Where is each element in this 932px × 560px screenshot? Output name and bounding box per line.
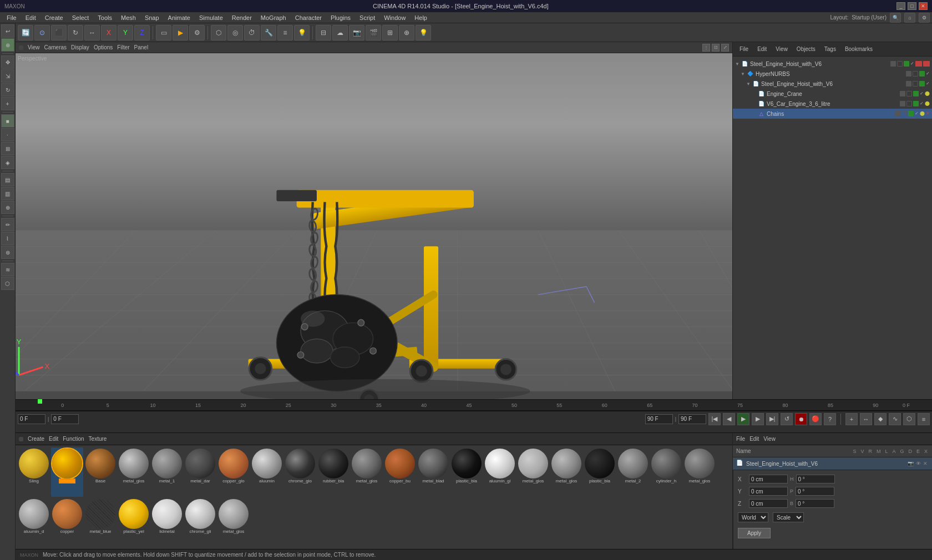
end-frame2-input[interactable] (678, 414, 706, 424)
mat-item-metal-blue[interactable]: metal_blue (84, 498, 116, 547)
layout-search-btn[interactable]: 🔍 (890, 13, 901, 23)
tb-xpresso[interactable]: 🔧 (261, 25, 276, 40)
menu-character[interactable]: Character (291, 13, 326, 22)
tree-item-v6-engine[interactable]: ▶ 📄 V6_Car_Engine_3_6_litre ✓ ⬤ (733, 99, 932, 109)
tl-auto-key[interactable]: 🔴 (809, 413, 822, 425)
mat-item-cylinder-h[interactable]: cylinder_h (650, 447, 682, 497)
tool-sculpt[interactable]: ⬡ (1, 277, 14, 290)
tool-rotate[interactable]: ↻ (1, 83, 14, 96)
prop-p-input[interactable] (796, 487, 834, 496)
mat-item-aluumin[interactable]: aluumin (251, 447, 283, 497)
mat-item-wheels[interactable]: Wheels (51, 447, 83, 497)
mat-item-metal-dark[interactable]: metal_dar (184, 447, 216, 497)
lrp-menu-edit[interactable]: Edit (749, 436, 759, 442)
menu-simulate[interactable]: Simulate (195, 13, 227, 22)
menu-file[interactable]: File (2, 13, 21, 22)
vp-menu-options[interactable]: Options (94, 44, 113, 50)
mat-item-aluumin-gl[interactable]: aluumin_gl (484, 447, 516, 497)
vp-menu-view[interactable]: View (28, 44, 40, 50)
tool-edge[interactable]: ⊞ (1, 142, 14, 155)
tree-item-engine-crane[interactable]: ▶ 📄 Engine_Crane ✓ ⬤ (733, 89, 932, 99)
menu-create[interactable]: Create (40, 13, 68, 22)
mat-item-chrome-gli[interactable]: chrome_gli (184, 498, 216, 547)
mat-item-metal-glos1[interactable]: metal_glos (118, 447, 150, 497)
vp-menu-panel[interactable]: Panel (134, 44, 149, 50)
layout-home-btn[interactable]: ⌂ (904, 13, 915, 23)
tb-object-mgr[interactable]: ⬡ (211, 25, 226, 40)
menu-help[interactable]: Help (410, 13, 432, 22)
tool-pen[interactable]: ✏ (1, 218, 14, 231)
tb-floor[interactable]: ⊟ (316, 25, 331, 40)
menu-edit[interactable]: Edit (21, 13, 40, 22)
tl-key-help[interactable]: ? (824, 413, 836, 425)
rp-menu-bookmarks[interactable]: Bookmarks (842, 45, 876, 53)
rp-menu-objects[interactable]: Objects (793, 45, 819, 53)
tool-cube[interactable]: ■ (1, 114, 14, 128)
tb-render[interactable]: ▶ (173, 25, 188, 40)
tl-step-fwd[interactable]: ▶ (752, 413, 764, 425)
mat-item-metal-glos4[interactable]: metal_glos (550, 447, 582, 497)
menu-plugins[interactable]: Plugins (326, 13, 355, 22)
mat-menu-edit[interactable]: Edit (49, 436, 58, 442)
tb-render-rgn[interactable]: ▭ (156, 25, 171, 40)
mat-item-chrome-glo[interactable]: chrome_glo (284, 447, 316, 497)
tl-go-start[interactable]: |◀ (708, 413, 721, 425)
viewport[interactable]: Perspective (16, 53, 732, 399)
tb-render-set[interactable]: ⚙ (189, 25, 205, 40)
tree-item-hypernurbs[interactable]: ▼ 🔷 HyperNURBS ✓ (733, 69, 932, 79)
tool-knife[interactable]: ⌇ (1, 232, 14, 245)
prop-z-input[interactable] (749, 499, 788, 508)
mat-item-metal-glos2[interactable]: metal_glos (351, 447, 383, 497)
tool-add[interactable]: + (1, 97, 14, 110)
rp-menu-view[interactable]: View (772, 45, 791, 53)
mat-item-rubber-bla[interactable]: rubber_bla (317, 447, 350, 497)
vp-menu-display[interactable]: Display (71, 44, 89, 50)
mat-item-aluumin-d[interactable]: aluumin_d (18, 498, 50, 547)
mat-item-plastic-yel[interactable]: plastic_yel (118, 498, 150, 547)
tool-move[interactable]: ✥ (1, 55, 14, 69)
tb-light[interactable]: 💡 (294, 25, 310, 40)
tl-param[interactable]: ≡ (918, 413, 930, 425)
mat-item-metal-1[interactable]: metal_1 (151, 447, 183, 497)
tb-new[interactable]: 🔄 (18, 25, 33, 40)
menu-mesh[interactable]: Mesh (116, 13, 140, 22)
tl-step-back[interactable]: ◀ (723, 413, 735, 425)
tl-loop[interactable]: ↺ (781, 413, 793, 425)
tb-timeline[interactable]: ≡ (277, 25, 293, 40)
mat-item-metal-glos6[interactable]: metal_glos (217, 498, 250, 547)
menu-snap[interactable]: Snap (140, 13, 164, 22)
tl-record[interactable]: ⏺ (795, 413, 807, 425)
tl-go-end[interactable]: ▶| (766, 413, 778, 425)
maximize-button[interactable]: □ (908, 2, 916, 10)
tb-cam[interactable]: 📷 (349, 25, 364, 40)
coord-system-select[interactable]: World Object Local (738, 512, 768, 522)
tb-undo-icon[interactable]: ⊙ (34, 25, 50, 40)
prop-y-input[interactable] (749, 487, 788, 496)
tb-move-tool[interactable]: ↔ (84, 25, 100, 40)
tb-object[interactable]: ⬛ (51, 25, 67, 40)
tool-axis[interactable]: ⊕ (1, 201, 14, 214)
tb-snap-obj[interactable]: ⊕ (399, 25, 414, 40)
tb-display-hq[interactable]: 💡 (416, 25, 431, 40)
mat-item-copper-glo[interactable]: copper_glo (217, 447, 250, 497)
mat-item-metal-glos3[interactable]: metal_glos (517, 447, 549, 497)
end-frame-input[interactable] (645, 414, 673, 424)
tool-polygon[interactable]: ◈ (1, 156, 14, 169)
tl-f-curve[interactable]: ⬡ (903, 413, 915, 425)
close-button[interactable]: ✕ (919, 2, 928, 10)
mat-item-sling[interactable]: Sling (18, 447, 50, 497)
menu-animate[interactable]: Animate (164, 13, 195, 22)
tl-marker-add[interactable]: + (845, 413, 858, 425)
mat-menu-texture[interactable]: Texture (89, 436, 107, 442)
transform-mode-select[interactable]: Scale Move Rotate (773, 512, 804, 522)
mat-item-metal-2[interactable]: metal_2 (617, 447, 649, 497)
tb-mat-mgr[interactable]: ◎ (227, 25, 243, 40)
mat-item-metal-blad[interactable]: metal_blad (417, 447, 449, 497)
tb-redo[interactable]: ↻ (68, 25, 83, 40)
tree-item-chains[interactable]: ▶ △ Chains ✓ ⬤ ✕ (733, 109, 932, 119)
lrp-menu-file[interactable]: File (736, 436, 745, 442)
vp-icon-dots[interactable]: ⋮ (702, 44, 710, 52)
tb-x-axis[interactable]: X (101, 25, 116, 40)
lrp-menu-view[interactable]: View (763, 436, 776, 442)
tree-item-engine-hoist[interactable]: ▼ 📄 Steel_Engine_Hoist_with_V6 ✓ (733, 79, 932, 89)
